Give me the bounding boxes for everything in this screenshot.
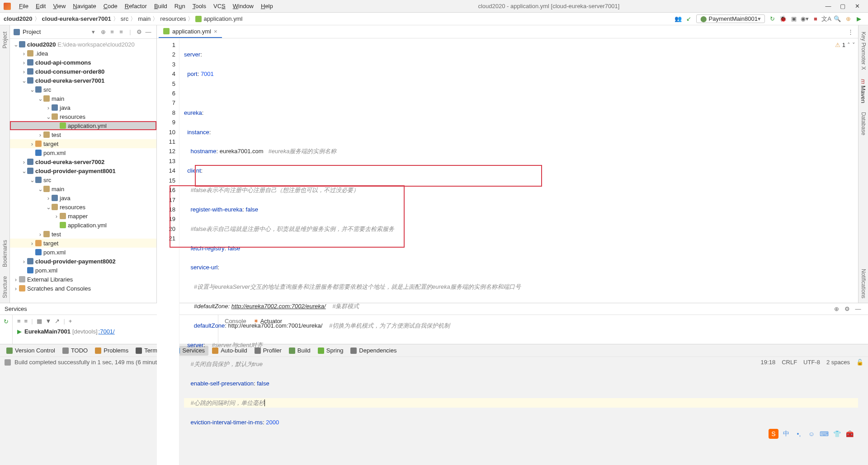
project-tool-tab[interactable]: Project <box>1 27 9 53</box>
play-icon: ▶ <box>17 328 22 335</box>
menu-edit[interactable]: Edit <box>32 3 49 9</box>
ime-emoji-icon[interactable]: ☺ <box>807 429 816 439</box>
spring-icon: ⬤ <box>700 15 707 22</box>
menu-help[interactable]: Help <box>257 3 277 9</box>
warning-icon: ⚠ <box>835 40 840 50</box>
run-button[interactable]: ↻ <box>767 14 777 24</box>
search-button[interactable]: 🔍 <box>832 14 842 24</box>
sogou-icon[interactable]: S <box>769 429 778 439</box>
notifications-tab[interactable]: Notifications <box>859 264 868 303</box>
breadcrumb-root[interactable]: cloud2020 <box>4 15 33 22</box>
editor-body[interactable]: 123456789101112131415161718192021 server… <box>157 38 858 465</box>
profile-button[interactable]: ◉▾ <box>800 14 810 24</box>
breadcrumb-file[interactable]: application.yml <box>203 15 242 22</box>
left-tool-strip: Project Bookmarks Structure <box>0 25 10 303</box>
svc-add-icon[interactable]: + <box>69 318 72 324</box>
menu-bar: FFileile Edit View Navigate Code Refacto… <box>0 0 868 13</box>
project-icon <box>14 29 20 35</box>
prev-highlight-icon[interactable]: ˄ <box>847 40 850 50</box>
menu-code[interactable]: Code <box>100 3 121 9</box>
yaml-file-icon <box>195 16 202 22</box>
close-button[interactable]: ✕ <box>850 3 864 9</box>
selected-file: application.yml <box>10 121 156 130</box>
navigation-bar: cloud2020 〉 cloud-eureka-server7001 〉 sr… <box>0 13 868 25</box>
breadcrumb-resources[interactable]: resources <box>160 15 186 22</box>
line-gutter: 123456789101112131415161718192021 <box>157 38 179 465</box>
debug-button[interactable]: 🐞 <box>778 14 788 24</box>
ime-lang-icon[interactable]: 中 <box>781 429 791 439</box>
menu-build[interactable]: Build <box>151 3 171 9</box>
run-anything-button[interactable]: ▶ <box>854 14 864 24</box>
update-button[interactable]: ⊕ <box>843 14 853 24</box>
project-view-dropdown[interactable]: ▾ <box>92 28 95 35</box>
translate-button[interactable]: 文A <box>821 14 831 24</box>
window-title: cloud2020 - application.yml [cloud-eurek… <box>277 3 821 9</box>
hide-icon[interactable]: — <box>144 28 153 35</box>
svc-layout-icon[interactable]: ↗ <box>55 318 60 324</box>
database-tab[interactable]: Database <box>859 108 868 140</box>
warning-count: 1 <box>842 40 845 50</box>
menu-refactor[interactable]: Refactor <box>121 3 151 9</box>
menu-view[interactable]: View <box>49 3 69 9</box>
menu-run[interactable]: Run <box>171 3 189 9</box>
menu-tools[interactable]: Tools <box>189 3 210 9</box>
next-highlight-icon[interactable]: ˅ <box>852 40 855 50</box>
service-port-link[interactable]: :7001/ <box>99 328 115 335</box>
right-tool-strip: Key Promoter X m Maven Database Notifica… <box>858 25 868 303</box>
ime-punct-icon[interactable]: •, <box>794 429 804 439</box>
run-config-name: PaymentMain8001 <box>709 15 758 22</box>
editor-tab[interactable]: application.yml × <box>159 25 222 38</box>
todo-tab[interactable]: TODO <box>59 346 91 356</box>
key-promoter-tab[interactable]: Key Promoter X <box>859 27 868 75</box>
status-icon[interactable] <box>5 359 11 366</box>
minimize-button[interactable]: — <box>821 3 835 9</box>
structure-tool-tab[interactable]: Structure <box>1 272 9 303</box>
bookmarks-tool-tab[interactable]: Bookmarks <box>1 235 9 272</box>
expand-icon[interactable]: ≡ <box>108 28 117 35</box>
ime-toolbar: S 中 •, ☺ ⌨ 👕 🧰 <box>769 429 854 439</box>
run-config-selector[interactable]: ⬤ PaymentMain8001 ▾ <box>696 14 765 23</box>
chevron-down-icon: ▾ <box>758 15 761 22</box>
svc-expand-icon[interactable]: ≡ <box>17 318 21 324</box>
svc-group-icon[interactable]: ▦ <box>37 318 42 324</box>
locate-icon[interactable]: ⊕ <box>99 28 108 35</box>
service-devtools: [devtools] <box>72 328 98 335</box>
problems-tab[interactable]: Problems <box>91 346 132 356</box>
breadcrumb-module[interactable]: cloud-eureka-server7001 <box>42 15 111 22</box>
close-tab-icon[interactable]: × <box>214 28 217 35</box>
menu-file[interactable]: FFileile <box>15 3 32 9</box>
inspection-widget[interactable]: ⚠ 1 ˄ ˅ <box>835 40 855 50</box>
stop-button[interactable]: ■ <box>811 14 821 24</box>
coverage-button[interactable]: ▣ <box>789 14 799 24</box>
project-label[interactable]: Project <box>23 28 92 35</box>
editor-tabs: application.yml × ⋮ <box>157 25 858 38</box>
project-panel: Project ▾ ⊕ ≡ ≡ | ⚙ — ⌄cloud2020 E:\idea… <box>10 25 157 303</box>
version-control-tab[interactable]: Version Control <box>3 346 59 356</box>
maximize-button[interactable]: ▢ <box>835 3 850 9</box>
tab-more-icon[interactable]: ⋮ <box>843 28 858 35</box>
yaml-file-icon <box>163 28 170 34</box>
collapse-icon[interactable]: ≡ <box>117 28 126 35</box>
tab-label: application.yml <box>172 28 211 35</box>
svc-filter-icon[interactable]: ▼ <box>46 318 52 324</box>
ime-skin-icon[interactable]: 👕 <box>832 429 842 439</box>
breadcrumb-main[interactable]: main <box>138 15 151 22</box>
svc-collapse-icon[interactable]: ≡ <box>24 318 28 324</box>
ime-tools-icon[interactable]: 🧰 <box>844 429 854 439</box>
editor-pane: application.yml × ⋮ 12345678910111213141… <box>157 25 858 303</box>
add-user-icon[interactable]: 👥 <box>673 14 683 24</box>
menu-vcs[interactable]: VCS <box>210 3 229 9</box>
maven-tab[interactable]: m Maven <box>859 75 868 108</box>
project-header: Project ▾ ⊕ ≡ ≡ | ⚙ — <box>10 25 156 39</box>
rerun-icon[interactable]: ↻ <box>2 317 11 326</box>
build-hammer-icon[interactable]: ↙ <box>684 14 694 24</box>
services-toolbar: ↻ <box>0 315 13 344</box>
divider: | <box>126 28 135 35</box>
menu-navigate[interactable]: Navigate <box>69 3 99 9</box>
project-tree[interactable]: ⌄cloud2020 E:\idea-workspace\cloud2020 ›… <box>10 39 156 303</box>
code-area[interactable]: server: port: 7001 eureka: instance: hos… <box>179 38 858 465</box>
menu-window[interactable]: Window <box>229 3 257 9</box>
settings-icon[interactable]: ⚙ <box>135 28 144 35</box>
ime-keyboard-icon[interactable]: ⌨ <box>819 429 829 439</box>
breadcrumb-src[interactable]: src <box>121 15 128 22</box>
